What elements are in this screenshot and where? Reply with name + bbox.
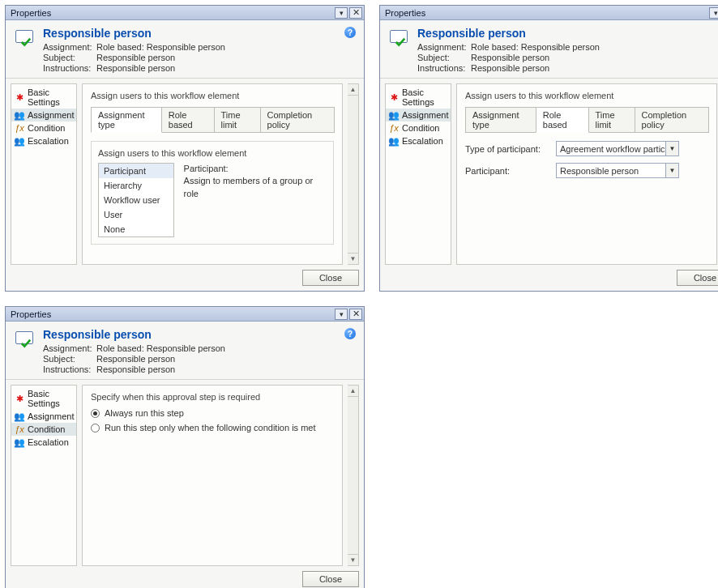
chevron-down-icon[interactable]: ▼	[665, 164, 678, 177]
page-icon	[390, 30, 409, 48]
close-button[interactable]: Close	[677, 270, 718, 286]
close-window-button[interactable]: ✕	[349, 7, 362, 19]
type-of-participant-row: Type of participant: Agreement workflow …	[465, 141, 708, 156]
tab-assignment-type[interactable]: Assignment type	[465, 107, 536, 133]
vertical-scrollbar[interactable]: ▲ ▼	[348, 385, 359, 566]
tab-role-based[interactable]: Role based	[161, 107, 215, 133]
assignment-type-list[interactable]: Participant Hierarchy Workflow user User…	[98, 163, 174, 237]
sidebar: ✱Basic Settings 👥Assignment ƒxCondition …	[11, 83, 77, 265]
header-area: ? Responsible person Assignment: Role ba…	[6, 20, 364, 79]
sidebar-item-escalation[interactable]: 👥Escalation	[11, 134, 76, 147]
dropdown-button[interactable]: ▾	[335, 309, 348, 320]
dropdown-button[interactable]: ▾	[709, 7, 718, 19]
people-icon: 👥	[15, 110, 24, 120]
sidebar-item-assignment[interactable]: 👥Assignment	[11, 109, 76, 121]
tab-time-limit[interactable]: Time limit	[588, 107, 635, 133]
radio-always-run[interactable]: Always run this step	[91, 408, 334, 418]
people-icon: 👥	[15, 136, 24, 146]
window-title: Properties	[385, 8, 425, 18]
participant-label: Participant:	[465, 166, 549, 176]
desc-title: Participant:	[184, 163, 327, 175]
sidebar: ✱Basic Settings 👥Assignment ƒxCondition …	[385, 83, 451, 265]
chevron-down-icon[interactable]: ▼	[665, 142, 678, 156]
list-item-user[interactable]: User	[99, 207, 173, 222]
scroll-up-icon[interactable]: ▲	[348, 386, 358, 397]
instructions-value: Responsible person	[96, 63, 225, 73]
tab-role-based[interactable]: Role based	[536, 107, 589, 133]
radio-label: Always run this step	[105, 408, 184, 418]
selection-description: Participant: Assign to members of a grou…	[184, 163, 327, 237]
vertical-scrollbar[interactable]: ▲ ▼	[348, 83, 359, 265]
sidebar-item-basic-settings[interactable]: ✱Basic Settings	[386, 86, 451, 109]
radio-dot-icon	[91, 424, 100, 432]
function-icon: ƒx	[15, 123, 24, 133]
participant-row: Participant: Responsible person ▼	[465, 163, 708, 178]
titlebar[interactable]: Properties ▾ ✕	[6, 6, 364, 20]
list-item-none[interactable]: None	[99, 222, 173, 236]
people-icon: 👥	[389, 110, 399, 120]
scroll-down-icon[interactable]: ▼	[348, 253, 358, 264]
tab-row: Assignment type Role based Time limit Co…	[465, 107, 708, 133]
sidebar-item-assignment[interactable]: 👥Assignment	[11, 410, 76, 423]
tab-completion-policy[interactable]: Completion policy	[260, 107, 335, 133]
assignment-label: Assignment:	[43, 42, 96, 52]
sidebar-item-escalation[interactable]: 👥Escalation	[386, 134, 451, 147]
type-of-participant-label: Type of participant:	[465, 144, 549, 154]
page-icon	[15, 331, 35, 349]
content-heading: Assign users to this workflow element	[91, 91, 334, 100]
list-item-workflow-user[interactable]: Workflow user	[99, 193, 173, 207]
tab-row: Assignment type Role based Time limit Co…	[91, 107, 334, 133]
list-item-hierarchy[interactable]: Hierarchy	[99, 178, 173, 193]
close-button[interactable]: Close	[302, 270, 359, 286]
sidebar-item-condition[interactable]: ƒxCondition	[386, 121, 451, 134]
assignment-type-panel: Assign users to this workflow element Pa…	[91, 141, 334, 245]
meta-block: Assignment: Role based: Responsible pers…	[43, 42, 225, 73]
sidebar-item-assignment[interactable]: 👥Assignment	[386, 109, 451, 121]
tab-assignment-type[interactable]: Assignment type	[91, 107, 162, 133]
header-area: ? Responsible person Assignment:Role bas…	[380, 20, 718, 79]
subject-label: Subject:	[43, 53, 96, 62]
desc-body: Assign to members of a group or role	[184, 175, 327, 200]
radio-dot-icon	[91, 409, 100, 418]
help-icon[interactable]: ?	[344, 27, 356, 38]
list-item-participant[interactable]: Participant	[99, 164, 173, 178]
titlebar[interactable]: Properties ▾ ✕	[380, 6, 718, 20]
scroll-up-icon[interactable]: ▲	[348, 84, 358, 96]
sidebar-item-basic-settings[interactable]: ✱Basic Settings	[11, 86, 76, 109]
sidebar: ✱Basic Settings 👥Assignment ƒxCondition …	[11, 385, 77, 566]
type-of-participant-combo[interactable]: Agreement workflow particip ▼	[556, 141, 679, 156]
content-pane: Assign users to this workflow element As…	[82, 83, 343, 265]
tab-completion-policy[interactable]: Completion policy	[635, 107, 709, 133]
sidebar-item-basic-settings[interactable]: ✱Basic Settings	[11, 387, 76, 410]
properties-window-2: Properties ▾ ✕ ? Responsible person Assi…	[379, 5, 718, 292]
combo-value: Agreement workflow particip	[557, 144, 665, 154]
tab-time-limit[interactable]: Time limit	[214, 107, 261, 133]
content-heading: Specify when this approval step is requi…	[91, 392, 334, 402]
dropdown-button[interactable]: ▾	[335, 7, 348, 19]
people-icon: 👥	[15, 411, 24, 421]
function-icon: ƒx	[15, 424, 24, 434]
asterisk-icon: ✱	[15, 92, 24, 102]
combo-value: Responsible person	[557, 166, 665, 176]
meta-block: Assignment:Role based: Responsible perso…	[417, 42, 600, 73]
page-icon	[15, 30, 35, 48]
titlebar[interactable]: Properties ▾ ✕	[6, 307, 364, 322]
help-icon[interactable]: ?	[344, 328, 356, 339]
subject-value: Responsible person	[96, 53, 225, 62]
close-window-button[interactable]: ✕	[349, 309, 362, 320]
sidebar-item-condition[interactable]: ƒxCondition	[11, 423, 76, 436]
properties-window-3: Properties ▾ ✕ ? Responsible person Assi…	[5, 306, 365, 588]
sidebar-item-escalation[interactable]: 👥Escalation	[11, 436, 76, 449]
content-heading: Assign users to this workflow element	[465, 91, 708, 100]
function-icon: ƒx	[389, 123, 399, 133]
scroll-down-icon[interactable]: ▼	[348, 554, 358, 565]
people-icon: 👥	[15, 437, 24, 447]
header-area: ? Responsible person Assignment:Role bas…	[6, 322, 364, 380]
page-title: Responsible person	[43, 27, 225, 40]
participant-combo[interactable]: Responsible person ▼	[556, 163, 679, 178]
sidebar-item-condition[interactable]: ƒxCondition	[11, 121, 76, 134]
window-title: Properties	[11, 309, 51, 319]
radio-conditional-run[interactable]: Run this step only when the following co…	[91, 423, 334, 432]
close-button[interactable]: Close	[302, 571, 359, 587]
asterisk-icon: ✱	[15, 394, 24, 403]
